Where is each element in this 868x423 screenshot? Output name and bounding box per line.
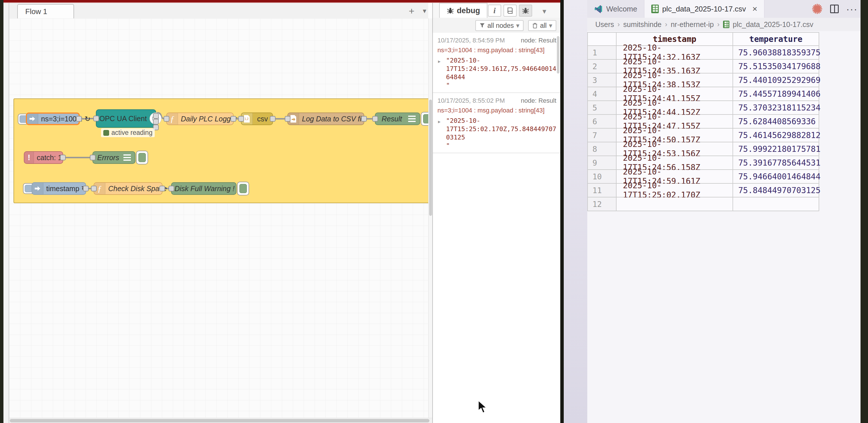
node-opc-ua-client[interactable]: OPC UA Client bbox=[96, 109, 156, 128]
input-port[interactable] bbox=[91, 186, 97, 191]
scrollbar-thumb[interactable] bbox=[429, 100, 432, 216]
flow-list-dropdown[interactable]: ▾ bbox=[418, 6, 431, 16]
csv-file-icon bbox=[651, 5, 659, 13]
input-port[interactable] bbox=[90, 155, 96, 160]
breadcrumb-item[interactable]: Users bbox=[595, 20, 614, 29]
node-debug-result[interactable]: Result bbox=[375, 112, 420, 125]
breadcrumb-item[interactable]: plc_data_2025-10-17.csv bbox=[733, 20, 813, 29]
flow-tabbar: Flow 1 + ▾ bbox=[9, 3, 428, 19]
csv-table-body: 12025-10-17T15:24:32.163Z75.960388183593… bbox=[588, 46, 819, 211]
node-csv[interactable]: 1,2 csv bbox=[241, 112, 273, 125]
bug-icon bbox=[446, 7, 454, 14]
input-port[interactable] bbox=[372, 116, 378, 122]
chevron-down-icon: ▾ bbox=[549, 22, 552, 30]
node-label: OPC UA Client bbox=[96, 115, 150, 123]
node-label: Result bbox=[375, 115, 408, 123]
node-check-disk-space[interactable]: ƒ Check Disk Space bbox=[94, 182, 162, 195]
tab-plc-data-csv[interactable]: plc_data_2025-10-17.csv × bbox=[644, 0, 765, 18]
input-port[interactable] bbox=[164, 116, 169, 122]
chevron-down-icon[interactable]: ▾ bbox=[542, 7, 546, 16]
output-port[interactable] bbox=[230, 116, 236, 122]
split-editor-icon[interactable] bbox=[830, 5, 839, 13]
node-daily-plc-logger[interactable]: ƒ Daily PLC Logger bbox=[166, 112, 234, 125]
node-inject-timestamp[interactable]: timestamp ↻ bbox=[32, 182, 86, 195]
node-debug-errors[interactable]: Errrors bbox=[92, 151, 135, 164]
node-log-data-to-csv-file[interactable]: Log Data to CSV file bbox=[287, 112, 364, 125]
vscode-activity-bar: 1 1 bbox=[564, 0, 587, 423]
inject-arrow-icon bbox=[27, 113, 38, 124]
breadcrumb-item[interactable]: sumitshinde bbox=[623, 20, 661, 29]
input-port[interactable] bbox=[93, 116, 99, 121]
tab-debug[interactable]: debug bbox=[439, 3, 487, 18]
vscode-tabbar: Welcome plc_data_2025-10-17.csv × ··· bbox=[587, 0, 861, 18]
tab-flow-1[interactable]: Flow 1 bbox=[17, 4, 74, 19]
debug-message[interactable]: 10/17/2025, 8:54:59 PMnode: Resultns=3;i… bbox=[433, 33, 561, 93]
exclamation-icon: ! bbox=[24, 152, 34, 163]
output-port[interactable] bbox=[159, 186, 165, 191]
more-actions-icon[interactable]: ··· bbox=[846, 3, 858, 14]
node-debug-disk-full-warning[interactable]: Disk Full Warning ! bbox=[171, 182, 237, 195]
flow-canvas[interactable]: ns=3;i=1004: ↻ OPC UA Client active read… bbox=[9, 19, 428, 418]
close-icon[interactable]: × bbox=[752, 4, 757, 14]
table-row[interactable]: 112025-10-17T15:25:02.170Z75.84844970703… bbox=[588, 184, 819, 197]
funnel-icon bbox=[479, 23, 485, 28]
debug-sidebar-header: debug i ▾ bbox=[433, 3, 561, 19]
filter-nodes-dropdown[interactable]: all nodes ▾ bbox=[475, 20, 524, 31]
output-port[interactable] bbox=[76, 116, 82, 122]
expand-caret[interactable]: ▶ bbox=[438, 57, 441, 66]
debug-messages: 10/17/2025, 8:54:59 PMnode: Resultns=3;i… bbox=[433, 33, 561, 423]
output-port-1[interactable] bbox=[153, 113, 159, 119]
tab-welcome[interactable]: Welcome bbox=[587, 0, 644, 18]
debug-menu-icon bbox=[408, 116, 415, 122]
output-port[interactable] bbox=[60, 155, 66, 160]
clear-messages-dropdown[interactable]: all ▾ bbox=[528, 20, 556, 31]
output-port[interactable] bbox=[361, 116, 367, 122]
scrollbar-thumb[interactable] bbox=[557, 36, 559, 73]
breadcrumb: Users › sumitshinde › nr-ethernet-ip › p… bbox=[587, 18, 861, 31]
plus-icon: + bbox=[409, 5, 414, 17]
node-label: Errrors bbox=[93, 154, 123, 162]
scrollbar-thumb[interactable] bbox=[10, 419, 429, 422]
vscode-main: Welcome plc_data_2025-10-17.csv × ··· Us… bbox=[587, 0, 861, 423]
debug-message[interactable]: 10/17/2025, 8:55:02 PMnode: Resultns=3;i… bbox=[433, 93, 561, 153]
column-header[interactable]: temperature bbox=[733, 33, 819, 46]
mouse-cursor bbox=[477, 400, 490, 414]
add-flow-button[interactable]: + bbox=[405, 6, 418, 16]
status-dot-icon bbox=[103, 130, 109, 136]
debug-toggle-button[interactable] bbox=[136, 151, 148, 164]
node-catch[interactable]: ! catch: 1 bbox=[24, 151, 63, 164]
output-port[interactable] bbox=[83, 186, 89, 191]
screen: Flow 1 + ▾ bbox=[0, 0, 868, 423]
vscode-logo-icon bbox=[594, 5, 603, 13]
node-label: Disk Full Warning ! bbox=[172, 185, 237, 193]
debug-menu-icon bbox=[123, 154, 131, 161]
canvas-vscrollbar[interactable] bbox=[428, 19, 433, 418]
breadcrumb-item[interactable]: nr-ethernet-ip bbox=[671, 20, 714, 29]
output-port[interactable] bbox=[270, 116, 276, 122]
svg-text:1,2: 1,2 bbox=[245, 118, 249, 121]
debug-sidebar: debug i ▾ all nodes ▾ a bbox=[432, 3, 561, 423]
input-port[interactable] bbox=[168, 186, 174, 191]
node-red-header-strip bbox=[3, 0, 560, 3]
expand-caret[interactable]: ▶ bbox=[438, 118, 441, 126]
chevron-down-icon: ▾ bbox=[516, 22, 520, 30]
debug-pane-button[interactable] bbox=[519, 5, 532, 17]
node-label: csv bbox=[253, 115, 272, 123]
inject-arrow-icon bbox=[32, 183, 43, 194]
output-port-2[interactable] bbox=[153, 119, 159, 125]
ai-starburst-icon[interactable] bbox=[812, 3, 823, 14]
csv-table: timestamp temperature 12025-10-17T15:24:… bbox=[587, 32, 819, 211]
help-book-button[interactable] bbox=[503, 5, 517, 17]
info-button[interactable]: i bbox=[488, 5, 501, 17]
node-inject-plc[interactable]: ns=3;i=1004: ↻ bbox=[26, 112, 80, 125]
desktop-edge-left bbox=[0, 0, 3, 423]
input-port[interactable] bbox=[238, 116, 244, 122]
input-port[interactable] bbox=[285, 116, 290, 122]
canvas-hscrollbar[interactable] bbox=[9, 418, 432, 423]
node-red-palette-edge bbox=[3, 3, 9, 423]
debug-toggle-button[interactable] bbox=[237, 182, 249, 195]
chevron-down-icon: ▾ bbox=[423, 7, 426, 15]
table-row[interactable]: 12 bbox=[588, 197, 819, 211]
node-red-window: Flow 1 + ▾ bbox=[3, 0, 560, 423]
bug-icon bbox=[522, 7, 529, 14]
